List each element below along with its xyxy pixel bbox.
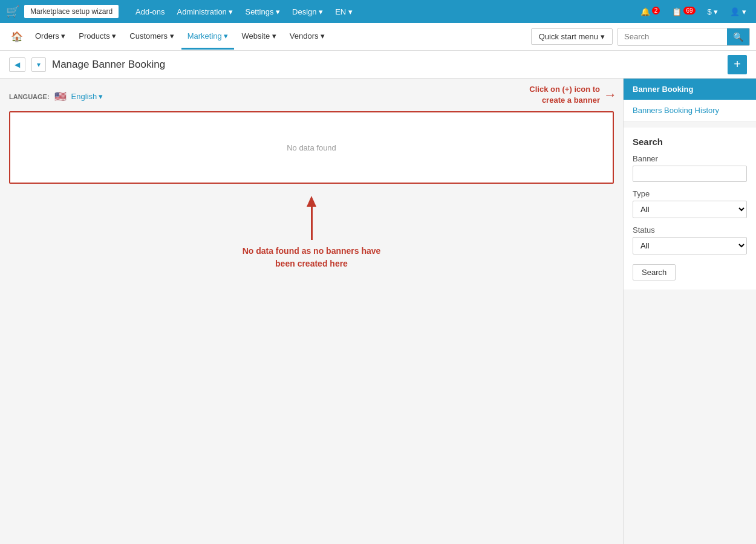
banner-input[interactable] [633,166,747,182]
marketing-nav[interactable]: Marketing ▾ [181,24,235,50]
currency-selector[interactable]: $ ▾ [704,5,722,19]
administration-nav[interactable]: Administration ▾ [172,5,238,19]
sidebar-section-title: Banner Booking [624,79,756,100]
page-title: Manage Banner Booking [52,59,165,71]
page-header: ◀ ▾ Manage Banner Booking Click on (+) i… [0,51,756,79]
content-area: LANGUAGE: 🇺🇸 English ▾ No data found No … [0,79,623,544]
top-bar: 🛒 Marketplace setup wizard Add-ons Admin… [0,0,756,23]
banners-booking-history-link[interactable]: Banners Booking History [624,100,756,121]
dropdown-button[interactable]: ▾ [31,57,46,72]
search-input[interactable] [618,29,727,44]
add-banner-button[interactable]: + [728,55,747,74]
notifications-badge: 2 [652,7,660,15]
type-field-label: Type [633,189,747,198]
products-nav[interactable]: Products ▾ [73,24,122,50]
website-nav[interactable]: Website ▾ [235,24,282,50]
alerts-badge: 69 [683,7,695,15]
language-nav[interactable]: EN ▾ [330,5,357,19]
annotation-arrow-up [307,196,316,240]
design-nav[interactable]: Design ▾ [287,5,328,19]
add-btn-annotation: Click on (+) icon tocreate a banner → [529,84,617,106]
top-bar-right: 🔔2 📋69 $ ▾ 👤 ▾ [637,5,750,19]
flag-icon: 🇺🇸 [54,91,67,102]
top-bar-left: 🛒 Marketplace setup wizard [6,5,119,18]
no-data-text: No data found [287,143,336,152]
settings-nav[interactable]: Settings ▾ [240,5,285,19]
language-bar: LANGUAGE: 🇺🇸 English ▾ [9,91,614,102]
cart-icon[interactable]: 🛒 [6,5,19,18]
alerts-icon[interactable]: 📋69 [668,5,699,19]
language-selected: English [71,92,97,101]
user-menu[interactable]: 👤 ▾ [726,5,750,19]
addons-nav[interactable]: Add-ons [131,5,169,19]
orders-nav[interactable]: Orders ▾ [29,24,71,50]
banner-field-label: Banner [633,154,747,163]
status-form-group: Status All Active Inactive [633,225,747,254]
quick-start-button[interactable]: Quick start menu ▾ [531,28,613,45]
home-nav[interactable]: 🏠 [6,28,28,45]
type-form-group: Type All Type A Type B [633,189,747,218]
customers-nav[interactable]: Customers ▾ [123,24,180,50]
marketplace-setup-btn[interactable]: Marketplace setup wizard [24,5,119,18]
data-table: No data found [9,111,614,184]
sec-nav-right: Quick start menu ▾ 🔍 [531,28,750,46]
secondary-nav: 🏠 Orders ▾ Products ▾ Customers ▾ Market… [0,23,756,51]
status-select[interactable]: All Active Inactive [633,237,747,254]
no-data-annotation-area: No data found as no banners havebeen cre… [9,190,614,270]
search-submit-icon[interactable]: 🔍 [727,28,749,45]
type-select[interactable]: All Type A Type B [633,201,747,218]
vendors-nav[interactable]: Vendors ▾ [284,24,331,50]
sidebar-search-button[interactable]: Search [633,264,676,280]
status-field-label: Status [633,225,747,235]
top-bar-center: Add-ons Administration ▾ Settings ▾ Desi… [131,5,357,19]
sidebar-search-title: Search [633,137,747,147]
annotation-arrow-right: → [604,87,617,103]
language-selector[interactable]: English ▾ [71,92,103,101]
main-wrapper: LANGUAGE: 🇺🇸 English ▾ No data found No … [0,79,756,544]
back-button[interactable]: ◀ [9,57,25,72]
sidebar-search-panel: Search Banner Type All Type A Type B Sta… [624,128,756,290]
right-sidebar: Banner Booking Banners Booking History S… [623,79,756,544]
notifications-icon[interactable]: 🔔2 [637,5,664,19]
no-data-annotation-text: No data found as no banners havebeen cre… [243,245,381,270]
language-label: LANGUAGE: [9,93,50,100]
quick-start-label: Quick start menu [539,32,598,41]
search-box: 🔍 [618,28,750,46]
annotation-create-text: Click on (+) icon tocreate a banner [529,84,600,106]
banner-form-group: Banner [633,154,747,182]
